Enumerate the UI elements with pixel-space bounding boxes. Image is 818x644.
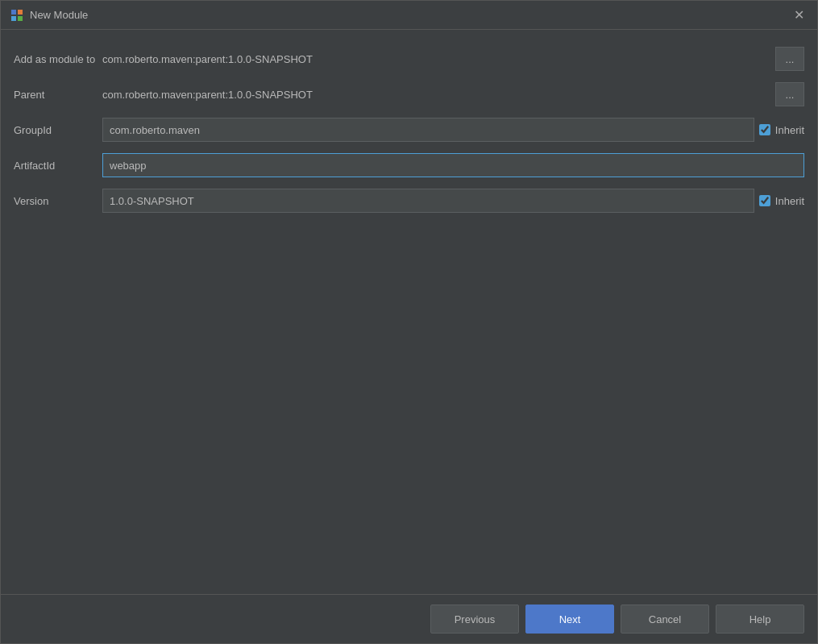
parent-browse-button[interactable]: ... [775,82,804,106]
dialog-content: Add as module to com.roberto.maven:paren… [1,30,817,594]
title-bar-left: New Module [10,9,88,22]
add-as-module-value: com.roberto.maven:parent:1.0.0-SNAPSHOT [102,53,770,65]
group-id-inherit-label: Inherit [775,124,804,136]
svg-rect-0 [11,10,16,15]
parent-label: Parent [14,89,102,101]
version-inherit-checkbox[interactable] [759,195,770,206]
parent-value: com.roberto.maven:parent:1.0.0-SNAPSHOT [102,89,770,101]
group-id-inherit-container: Inherit [759,124,804,136]
add-as-module-browse-button[interactable]: ... [775,47,804,71]
version-input[interactable] [102,189,754,213]
new-module-dialog: New Module ✕ Add as module to com.robert… [0,0,818,644]
artifact-id-label: ArtifactId [14,160,102,172]
version-label: Version [14,195,102,207]
add-as-module-row: Add as module to com.roberto.maven:paren… [14,46,804,72]
version-inherit-label: Inherit [775,195,804,207]
cancel-button[interactable]: Cancel [621,605,709,634]
window-title: New Module [30,9,88,21]
svg-rect-2 [11,16,16,21]
version-row: Version Inherit [14,188,804,214]
group-id-label: GroupId [14,124,102,136]
dialog-footer: Previous Next Cancel Help [1,594,817,643]
parent-row: Parent com.roberto.maven:parent:1.0.0-SN… [14,81,804,107]
close-button[interactable]: ✕ [790,6,808,24]
artifact-id-input[interactable] [102,153,804,177]
svg-rect-3 [18,16,23,21]
add-as-module-label: Add as module to [14,53,102,65]
group-id-input[interactable] [102,118,754,142]
parent-value-container: com.roberto.maven:parent:1.0.0-SNAPSHOT … [102,82,804,106]
group-id-inherit-checkbox[interactable] [759,124,770,135]
module-icon [10,9,23,22]
add-as-module-value-container: com.roberto.maven:parent:1.0.0-SNAPSHOT … [102,47,804,71]
svg-rect-1 [18,10,23,15]
artifact-id-row: ArtifactId [14,152,804,178]
version-inherit-container: Inherit [759,195,804,207]
group-id-row: GroupId Inherit [14,117,804,143]
previous-button[interactable]: Previous [430,605,519,634]
next-button[interactable]: Next [525,605,614,634]
title-bar: New Module ✕ [1,1,817,30]
help-button[interactable]: Help [716,605,804,634]
